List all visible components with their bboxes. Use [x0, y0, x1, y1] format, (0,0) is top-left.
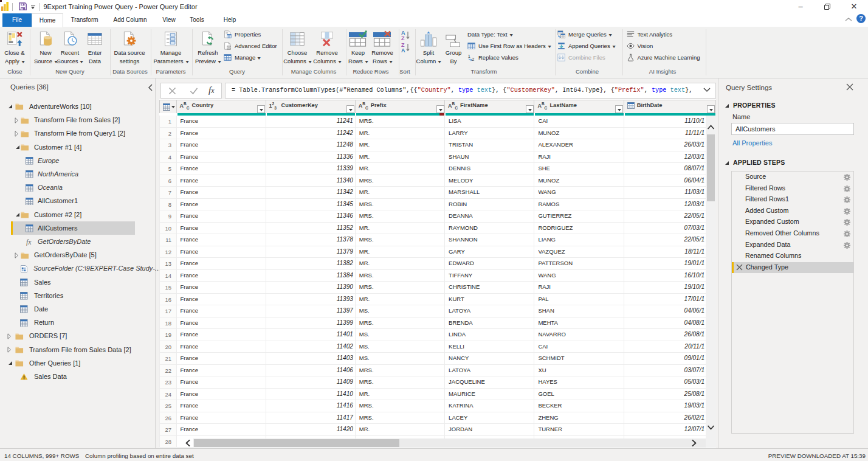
svg-text:Z: Z	[401, 35, 405, 41]
svg-text:2: 2	[472, 57, 474, 61]
svg-text:1: 1	[468, 54, 470, 59]
svg-text:A: A	[401, 47, 405, 53]
svg-text:fx: fx	[26, 238, 32, 246]
